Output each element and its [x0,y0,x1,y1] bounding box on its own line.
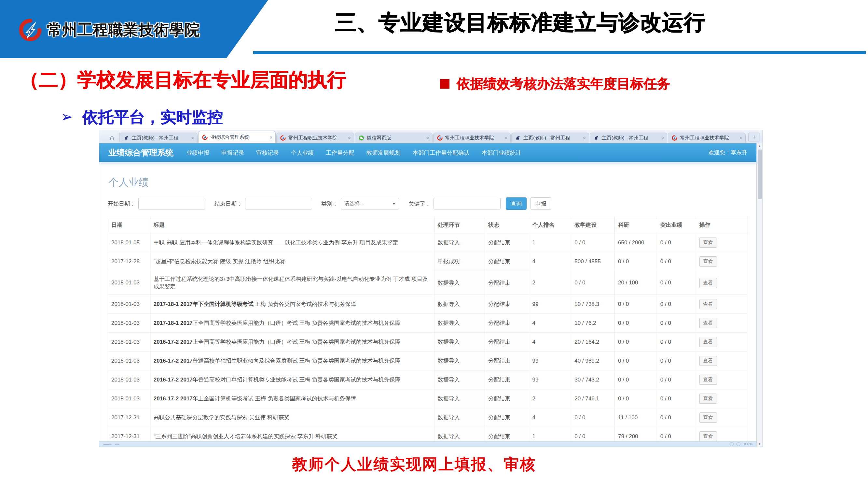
scroll-down-icon[interactable]: ▼ [758,441,761,447]
cell-outstanding: 0 / 0 [657,314,696,333]
cell-teaching: 0 / 0 [571,233,615,252]
browser-tab[interactable]: 主页(教师) - 常州工程 × [120,133,197,143]
view-button[interactable]: 查看 [700,337,717,347]
table-row: 2018-01-05 中职-高职-应用本科一体化课程体系构建实践研究——以化工技… [108,233,748,252]
cell-rank: 2 [529,271,571,295]
cell-rank: 99 [529,351,571,370]
nav-item[interactable]: 本部门工作量分配确认 [413,149,470,157]
cell-status: 分配结束 [485,295,529,314]
view-button[interactable]: 查看 [700,394,717,404]
cell-research: 79 / 200 [615,427,657,441]
declare-button[interactable]: 申报 [530,197,551,210]
page-title: 个人业绩 [108,176,748,189]
view-button[interactable]: 查看 [700,278,717,288]
cell-teaching: 0 / 0 [571,408,615,427]
cell-rank: 4 [529,252,571,271]
tab-title: 主页(教师) - 常州工程 [523,135,580,141]
view-button[interactable]: 查看 [700,375,717,385]
wechat-tab-icon [359,135,364,141]
close-icon[interactable]: × [269,135,272,140]
chevron-down-icon: ▼ [392,202,396,206]
keyword-input[interactable] [434,198,501,209]
school-tab-icon [202,135,208,140]
tab-title: 主页(教师) - 常州工程 [132,135,188,141]
welcome-user: 欢迎您：李东升 [709,149,747,156]
start-date-input[interactable] [138,198,205,209]
browser-tab[interactable]: 微信网页版 × [355,133,433,143]
view-button[interactable]: 查看 [700,412,717,423]
cell-step: 数据导入 [434,295,485,314]
zoom-in-icon[interactable] [737,442,740,446]
close-icon[interactable]: × [739,135,742,141]
nav-item[interactable]: 教师发展规划 [367,149,401,157]
square-bullet-icon [440,79,450,89]
nav-item[interactable]: 审核记录 [256,149,279,157]
browser-tab[interactable]: 常州工程职业技术学院 × [276,133,354,143]
cell-outstanding: 0 / 0 [657,389,696,408]
browser-tab[interactable]: 业绩综合管理系统 × [198,131,276,143]
slide-title: 三、专业建设目标标准建立与诊改运行 [270,8,771,37]
cell-research: 20 / 100 [615,271,657,295]
close-icon[interactable]: × [661,135,664,141]
cell-research: 0 / 0 [615,389,657,408]
category-select[interactable]: 请选择... ▼ [341,198,399,209]
tab-title: 常州工程职业技术学院 [288,135,345,141]
table-row: 2018-01-03 2017-18-1 2017年下全国计算机等级考试 王梅 … [108,295,748,314]
cell-date: 2017-12-31 [108,427,150,441]
browser-tab[interactable]: 常州工程职业技术学院 × [668,133,746,143]
nav-item[interactable]: 个人业绩 [291,149,314,157]
cell-date: 2018-01-05 [108,233,150,252]
nav-item[interactable]: 本部门业绩统计 [482,149,522,157]
cell-rank: 4 [529,408,571,427]
close-icon[interactable]: × [191,135,194,141]
cell-rank: 1 [529,427,571,441]
nav-item[interactable]: 工作量分配 [326,149,354,157]
cell-teaching: 40 / 989.2 [571,351,615,370]
cell-action: 查看 [696,295,748,314]
cell-outstanding: 0 / 0 [657,252,696,271]
view-button[interactable]: 查看 [700,356,717,366]
browser-tab[interactable]: 主页(教师) - 常州工程 × [590,133,668,143]
cell-title: "三系列三进阶"高职创新创业人才培养体系构建的实践探索 李东升 科研获奖 [150,427,434,441]
cell-rank: 4 [529,314,571,333]
nav-item[interactable]: 业绩申报 [186,149,209,157]
column-header: 突出业绩 [657,217,696,233]
scrollbar-thumb[interactable] [758,149,762,199]
new-tab-button[interactable]: + [748,133,760,141]
app-brand[interactable]: 业绩综合管理系统 [108,147,174,158]
vertical-scrollbar[interactable]: ▲ ▼ [756,143,763,447]
search-button[interactable]: 查询 [506,197,527,210]
cell-action: 查看 [696,370,748,389]
end-date-input[interactable] [245,198,312,209]
cell-action: 查看 [696,351,748,370]
close-icon[interactable]: × [347,135,351,141]
close-icon[interactable]: × [426,135,429,141]
close-icon[interactable]: × [504,135,507,141]
status-decoration [115,444,119,445]
close-icon[interactable]: × [582,135,586,141]
zoom-out-icon[interactable] [730,442,734,446]
cell-status: 分配结束 [485,389,529,408]
cell-outstanding: 0 / 0 [657,233,696,252]
nav-item[interactable]: 申报记录 [221,149,244,157]
column-header: 处理环节 [434,217,485,233]
cell-title: 中职-高职-应用本科一体化课程体系构建实践研究——以化工技术类专业为例 李东升 … [150,233,434,252]
browser-tab[interactable]: 常州工程职业技术学院 × [433,133,511,143]
view-button[interactable]: 查看 [700,237,717,248]
view-button[interactable]: 查看 [700,256,717,266]
cell-step: 数据导入 [434,427,485,441]
school-tab-icon [280,135,286,141]
view-button[interactable]: 查看 [700,318,717,328]
table-row: 2018-01-03 2016-17-2 2017年普通高校对口单招计算机类专业… [108,370,748,389]
view-button[interactable]: 查看 [700,299,717,309]
cell-outstanding: 0 / 0 [657,271,696,295]
browser-tab[interactable]: 主页(教师) - 常州工程 × [511,133,589,143]
table-row: 2017-12-31 高职公共基础课分层教学的实践与探索 吴亚伟 科研获奖 数据… [108,408,748,427]
section-heading: （二）学校发展目标在专业层面的执行 [20,67,346,93]
cell-status: 分配结束 [485,370,529,389]
cell-research: 0 / 0 [615,351,657,370]
home-icon[interactable]: ⌂ [104,133,120,142]
cell-action: 查看 [696,314,748,333]
view-button[interactable]: 查看 [700,431,717,441]
scroll-up-icon[interactable]: ▲ [758,143,761,149]
